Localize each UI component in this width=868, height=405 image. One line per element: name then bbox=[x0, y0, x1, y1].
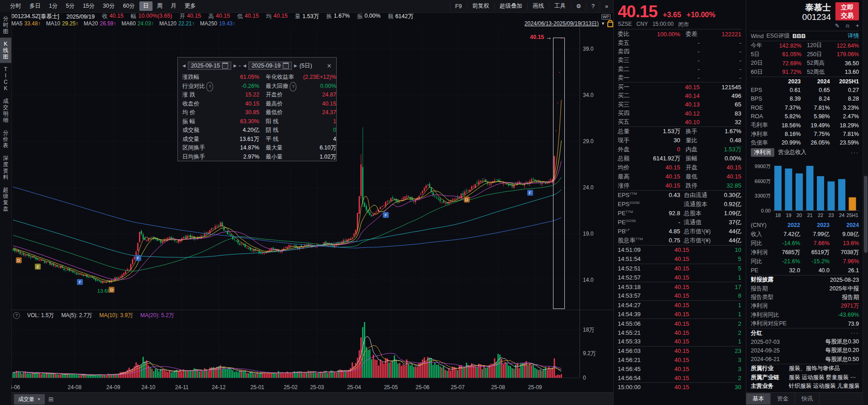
event-badge-F[interactable]: F bbox=[77, 279, 83, 285]
event-badge-D[interactable]: D bbox=[109, 287, 114, 293]
close-icon[interactable]: ✕ bbox=[327, 63, 332, 69]
sidebar: 分时图K线图TICK成交明细分价表深度资料超级复盘 bbox=[0, 12, 12, 405]
period-tab-更多[interactable]: 更多 bbox=[181, 1, 200, 11]
tick-row[interactable]: 14:53:5740.158 bbox=[618, 291, 741, 300]
tab-net-profit[interactable]: 净利润 bbox=[751, 148, 774, 157]
tick-row[interactable]: 14:55:0640.152 bbox=[618, 318, 741, 328]
tick-qty: 1 bbox=[714, 311, 741, 318]
chevron-down-icon: ▼ bbox=[37, 397, 41, 401]
cny-cell: 7.96% bbox=[830, 258, 859, 265]
tick-row[interactable]: 14:56:2140.153 bbox=[618, 356, 741, 365]
period-tab-多日[interactable]: 多日 bbox=[26, 1, 44, 11]
trade-now-button[interactable]: 立即 交易 bbox=[835, 2, 859, 20]
quote-item-label: 低 bbox=[237, 13, 243, 20]
prev-date-icon[interactable]: ◀ bbox=[243, 63, 246, 68]
tick-row[interactable]: 14:52:5740.151 bbox=[618, 273, 741, 282]
fin-cell: 8.28 bbox=[830, 96, 859, 102]
period-tab-30分[interactable]: 30分 bbox=[99, 1, 118, 11]
period-tab-周[interactable]: 周 bbox=[153, 1, 167, 11]
tick-row[interactable]: 14:56:4540.153 bbox=[618, 364, 741, 373]
help-icon[interactable]: ? bbox=[586, 2, 600, 10]
menu-item-画线[interactable]: 画线 bbox=[527, 2, 549, 10]
tick-row[interactable]: 14:51:5440.155 bbox=[618, 255, 741, 264]
tick-row[interactable]: 14:54:3940.151 bbox=[618, 310, 741, 319]
menu-item-工具[interactable]: 工具 bbox=[549, 2, 571, 10]
ask-label: 卖五 bbox=[618, 39, 638, 47]
event-badge-F[interactable]: F bbox=[135, 255, 141, 261]
menu-item-前复权[interactable]: 前复权 bbox=[467, 2, 494, 10]
esg-detail-link[interactable]: 详情 bbox=[848, 32, 859, 40]
scrollbar[interactable] bbox=[863, 0, 868, 405]
tab-资金[interactable]: 资金 bbox=[771, 393, 795, 405]
range-selection-box[interactable] bbox=[553, 38, 565, 309]
tick-row[interactable]: 14:51:0940.1510 bbox=[618, 246, 741, 255]
tick-row[interactable]: 14:55:3340.151 bbox=[618, 337, 741, 346]
help-icon[interactable]: ? bbox=[13, 312, 20, 319]
event-badge-D[interactable]: D bbox=[16, 257, 22, 263]
volume-indicator-tab[interactable]: 成交量 ▼ bbox=[14, 394, 45, 405]
sidebar-item-超级复盘[interactable]: 超级复盘 bbox=[0, 183, 11, 215]
industry-section: 所属行业服装、服饰与奢侈品所属产业链服装 运动服装 婴童服装 ⋯主营业务针织服装… bbox=[751, 364, 859, 391]
svg-text:25-06: 25-06 bbox=[415, 384, 429, 391]
sidebar-item-K线图[interactable]: K线图 bbox=[0, 38, 11, 63]
next-date-icon[interactable]: ▶ bbox=[234, 63, 237, 68]
period-tab-1分[interactable]: 1分 bbox=[45, 1, 61, 11]
tick-row[interactable]: 14:52:5140.155 bbox=[618, 264, 741, 273]
more-icon[interactable]: ··· bbox=[851, 330, 859, 336]
fin-header-cell: 2023 bbox=[772, 78, 801, 85]
gear-icon[interactable]: ⚙ bbox=[571, 2, 586, 10]
event-badge-F[interactable]: F bbox=[527, 190, 533, 196]
scrollbar-thumb[interactable] bbox=[864, 176, 868, 253]
prev-date-icon[interactable]: ◀ bbox=[182, 63, 186, 68]
sidebar-item-TICK[interactable]: TICK bbox=[0, 63, 11, 95]
date-range-control[interactable]: 2024/06/13-2025/09/19(313日) ▼ bbox=[525, 20, 613, 28]
more-icon[interactable]: ··· bbox=[851, 149, 859, 156]
sidebar-item-分价表[interactable]: 分价表 bbox=[0, 126, 11, 152]
quote-item-value: 40.15 bbox=[273, 13, 287, 20]
period-tab-月[interactable]: 月 bbox=[167, 1, 180, 11]
tick-row[interactable]: 14:56:0340.1523 bbox=[618, 346, 741, 356]
event-badge-D[interactable]: D bbox=[464, 197, 470, 202]
menu-item-超级叠加[interactable]: 超级叠加 bbox=[494, 2, 527, 10]
period-tab-5分[interactable]: 5分 bbox=[62, 1, 78, 11]
bell-icon[interactable]: ⍾ bbox=[846, 23, 849, 30]
svg-text:25-01: 25-01 bbox=[250, 384, 264, 391]
sidebar-item-深度资料[interactable]: 深度资料 bbox=[0, 152, 11, 183]
kline-chart[interactable]: 39.034.029.024.019.014.018万9.2万024-0624-… bbox=[11, 27, 613, 405]
tab-基本[interactable]: 基本 bbox=[746, 393, 771, 405]
add-icon[interactable]: + bbox=[856, 23, 859, 30]
tick-row[interactable]: 14:54:2740.151 bbox=[618, 300, 741, 310]
event-badge-E[interactable]: E bbox=[35, 264, 41, 270]
date-to-picker[interactable]: 2025-09-19 bbox=[248, 62, 292, 70]
expand-icon[interactable]: » bbox=[600, 2, 613, 10]
period-tab-分时[interactable]: 分时 bbox=[6, 1, 25, 11]
period-tab-15分[interactable]: 15分 bbox=[79, 1, 98, 11]
fin-cell: 0.61 bbox=[772, 87, 801, 93]
valuation-label: EPS2025E bbox=[618, 201, 650, 207]
tick-row[interactable]: 15:00:0040.1530 bbox=[618, 382, 741, 392]
svg-text:19: 19 bbox=[786, 212, 791, 218]
tab-revenue[interactable]: 营业总收入 bbox=[775, 148, 810, 157]
bid-qty: 83 bbox=[700, 110, 741, 117]
menu-item-F9[interactable]: F9 bbox=[450, 2, 467, 10]
valuation-value: 1.09亿 bbox=[718, 209, 741, 217]
tick-row[interactable]: 14:55:2140.152 bbox=[618, 328, 741, 337]
grid-layout-icon[interactable]: ⊞ bbox=[48, 395, 54, 403]
quote-item-value: 40.15 bbox=[245, 13, 259, 20]
sidebar-item-成交明细[interactable]: 成交明细 bbox=[0, 95, 11, 126]
wp-icon[interactable]: WP bbox=[601, 14, 611, 19]
tick-row[interactable]: 14:56:5440.152 bbox=[618, 373, 741, 382]
period-tab-日[interactable]: 日 bbox=[139, 1, 153, 11]
tick-qty: 2 bbox=[714, 320, 741, 327]
fin-cell: ROE bbox=[751, 105, 772, 111]
period-tab-60分[interactable]: 60分 bbox=[119, 1, 138, 11]
stat-value: 6141.92万 bbox=[639, 154, 680, 163]
tick-row[interactable]: 14:53:1840.1517 bbox=[618, 282, 741, 291]
tick-list[interactable]: 14:51:0940.151014:51:5440.15514:52:5140.… bbox=[618, 246, 741, 392]
next-date-icon[interactable]: ▶ bbox=[294, 63, 297, 68]
sidebar-item-分时图[interactable]: 分时图 bbox=[0, 12, 11, 38]
date-from-picker[interactable]: 2025-09-15 bbox=[188, 62, 231, 70]
edit-icon[interactable]: ✎ bbox=[835, 23, 839, 30]
tab-快讯[interactable]: 快讯 bbox=[795, 393, 820, 405]
event-badge-F[interactable]: F bbox=[383, 212, 389, 218]
